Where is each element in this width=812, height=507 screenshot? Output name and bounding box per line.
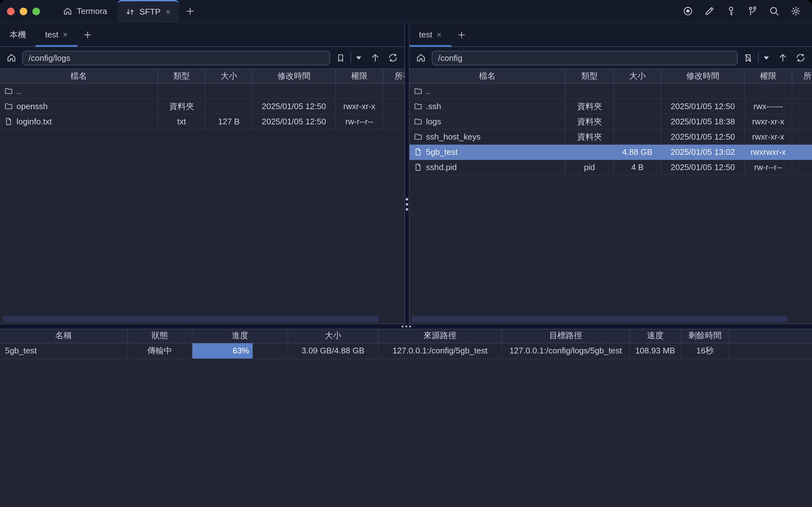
settings-gear-icon[interactable] [791,6,801,16]
tab-sftp[interactable]: SFTP × [117,0,179,22]
column-header-name[interactable]: 名稱 [0,328,127,343]
panel-splitter-vertical[interactable] [404,23,410,323]
minimize-window-button[interactable] [20,7,27,15]
tab-local[interactable]: 本機 [0,23,36,46]
refresh-icon[interactable] [388,53,398,63]
right-new-tab-button[interactable] [451,23,471,46]
transfer-row[interactable]: 5gb_test 傳輸中 63% 3.09 GB/4.88 GB 127.0.0… [0,343,812,359]
column-header-type[interactable]: 類型 [158,68,206,84]
sftp-split-view: 本機 test × [0,23,812,323]
bookmark-icon[interactable] [336,53,345,62]
folder-icon [4,102,13,110]
splitter-grip-icon [401,325,411,327]
folder-icon [414,133,422,141]
column-header-source[interactable]: 來源路徑 [378,328,502,343]
edit-pencil-icon[interactable] [704,6,715,16]
home-icon[interactable] [416,53,426,63]
tab-termora[interactable]: Termora [53,0,117,22]
column-header-eta[interactable]: 剩餘時間 [681,328,729,343]
arrow-up-icon[interactable] [370,53,380,63]
home-icon[interactable] [6,53,16,63]
new-tab-button[interactable] [179,0,202,22]
tab-test-left[interactable]: test × [36,23,77,46]
caret-down-icon[interactable] [356,56,361,59]
maximize-window-button[interactable] [33,7,40,15]
panel-splitter-horizontal[interactable] [0,323,812,328]
plus-icon [185,6,195,16]
tab-test-right[interactable]: test × [410,23,451,46]
file-icon [414,163,422,171]
column-header-speed[interactable]: 速度 [630,328,681,343]
column-header-progress[interactable]: 進度 [193,328,288,343]
file-owner [792,99,812,114]
file-mtime: 2025/01/05 18:38 [661,114,745,129]
table-row-selected[interactable]: 5gb_test 4.88 GB 2025/01/05 13:02 rwxrwx… [410,145,812,160]
column-header-perm[interactable]: 權限 [745,68,792,84]
left-horizontal-scrollbar[interactable] [0,315,404,323]
close-tab-icon[interactable]: × [437,31,442,39]
search-icon[interactable] [769,6,779,16]
column-header-mtime[interactable]: 修改時間 [253,68,336,84]
file-permissions: rwxr-xr-x [745,129,792,145]
file-owner [792,129,812,145]
column-header-owner[interactable]: 所有者 [792,68,812,84]
arrow-up-icon[interactable] [778,53,788,63]
column-header-mtime[interactable]: 修改時間 [661,68,745,84]
file-size [614,129,661,145]
tab-test-label: test [45,30,58,39]
scrollbar-thumb[interactable] [3,316,379,322]
column-header-target[interactable]: 目標路徑 [502,328,630,343]
table-row[interactable]: loginfo.txt txt 127 B 2025/01/05 12:50 r… [0,114,404,129]
file-mtime: 2025/01/05 12:50 [253,99,336,114]
table-row[interactable]: logs 資料夾 2025/01/05 18:38 rwxr-xr-x [410,114,812,129]
table-row[interactable]: .. [410,84,812,99]
left-table-header: 檔名 類型 大小 修改時間 權限 所有者 [0,68,404,84]
file-type [566,84,614,99]
caret-down-icon[interactable] [764,56,769,59]
transfer-speed: 108.93 MB [630,343,681,359]
transfers-section: 名稱 狀態 進度 大小 來源路徑 目標路徑 速度 剩餘時間 5gb_test 傳… [0,328,812,359]
traffic-lights [0,0,53,22]
file-permissions: rwxrwxr-x [745,145,792,160]
column-header-name[interactable]: 檔名 [410,68,566,84]
transfer-status: 傳輸中 [127,343,193,359]
file-permissions [745,84,792,99]
close-tab-icon[interactable]: × [166,8,170,16]
record-icon[interactable] [683,6,693,16]
column-header-type[interactable]: 類型 [566,68,614,84]
column-header-size[interactable]: 大小 [614,68,661,84]
column-header-owner[interactable]: 所有者 [383,68,404,84]
file-permissions: rw-r--r-- [336,114,383,129]
column-header-size[interactable]: 大小 [288,328,378,343]
column-header-perm[interactable]: 權限 [336,68,383,84]
table-row[interactable]: .. [0,84,404,99]
table-row[interactable]: sshd.pid pid 4 B 2025/01/05 12:50 rw-r--… [410,160,812,175]
title-bar: Termora SFTP × [0,0,812,23]
file-size [206,84,253,99]
progress-bar: 63% [193,343,252,358]
bookmark-slash-icon[interactable] [744,53,753,62]
column-header-status[interactable]: 狀態 [127,328,193,343]
table-row[interactable]: openssh 資料夾 2025/01/05 12:50 rwxr-xr-x [0,99,404,114]
file-owner [792,84,812,99]
left-path-input[interactable] [22,50,330,65]
close-window-button[interactable] [7,7,15,15]
column-header-size[interactable]: 大小 [206,68,253,84]
right-horizontal-scrollbar[interactable] [410,315,812,323]
key-icon[interactable] [726,6,737,16]
transfer-empty [729,343,812,359]
file-type: 資料夾 [566,129,614,145]
column-header-name[interactable]: 檔名 [0,68,158,84]
right-path-input[interactable] [432,50,738,65]
left-new-tab-button[interactable] [77,23,98,46]
file-mtime [253,84,336,99]
branch-icon[interactable] [747,6,758,16]
transfers-header: 名稱 狀態 進度 大小 來源路徑 目標路徑 速度 剩餘時間 [0,328,812,343]
refresh-icon[interactable] [796,53,806,63]
scrollbar-thumb[interactable] [411,316,788,322]
left-path-actions [336,53,398,63]
folder-icon [414,117,422,126]
table-row[interactable]: .ssh 資料夾 2025/01/05 12:50 rwx------ [410,99,812,114]
close-tab-icon[interactable]: × [63,31,68,39]
table-row[interactable]: ssh_host_keys 資料夾 2025/01/05 12:50 rwxr-… [410,129,812,145]
